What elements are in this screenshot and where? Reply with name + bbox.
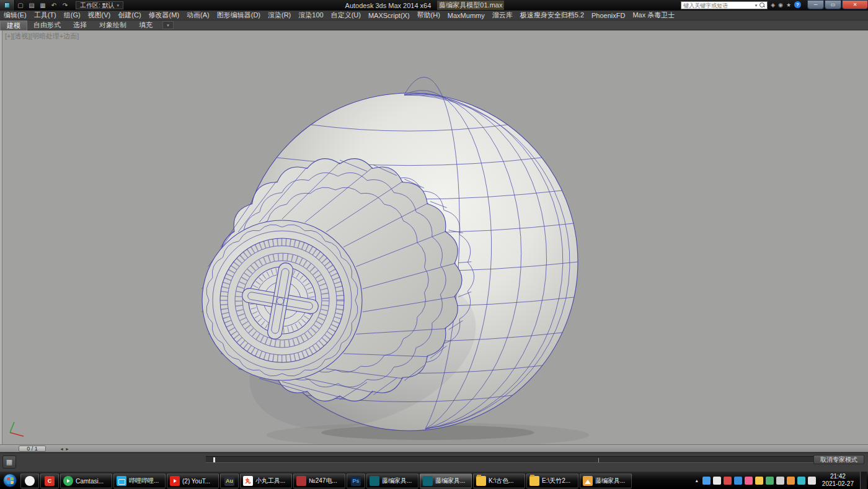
- taskbar-window-youtube[interactable]: (2) YouT...: [167, 473, 219, 488]
- search-icon[interactable]: [760, 2, 766, 9]
- menu-tools[interactable]: 工具(T): [30, 11, 60, 20]
- close-button[interactable]: ✕: [842, 0, 868, 9]
- tab-populate[interactable]: 填充: [133, 20, 159, 30]
- undo-icon[interactable]: ↶: [48, 1, 60, 10]
- chevron-down-icon: ▾: [117, 3, 120, 8]
- minimize-button[interactable]: ─: [807, 0, 824, 9]
- tray-icon-teal[interactable]: [797, 477, 805, 485]
- menu-create[interactable]: 创建(C): [114, 11, 144, 20]
- tray-icon-green[interactable]: [766, 477, 774, 485]
- tray-icon-orange[interactable]: [787, 477, 795, 485]
- open-file-icon[interactable]: ▤: [26, 1, 37, 10]
- frame-step-buttons: ◄ ►: [60, 446, 69, 452]
- taskbar-window-xiaowan[interactable]: 丸 小丸工具...: [240, 473, 292, 488]
- track-bar-frame-marker[interactable]: [213, 457, 215, 462]
- tray-icon-skyblue[interactable]: [734, 477, 742, 485]
- search-input[interactable]: [681, 2, 755, 9]
- taskbar-app-c[interactable]: C: [40, 473, 59, 488]
- viewport-label[interactable]: [+][透视][明暗处理+边面]: [5, 32, 79, 41]
- menu-help[interactable]: 帮助(H): [414, 11, 444, 20]
- menu-rendering[interactable]: 渲染(R): [264, 11, 294, 20]
- menu-liuyun[interactable]: 溜云库: [489, 11, 516, 20]
- folder-icon: [476, 476, 486, 486]
- clock-date: 2021-02-27: [822, 480, 854, 488]
- menu-views[interactable]: 视图(V): [84, 11, 115, 20]
- window-controls: ─ ▭ ✕: [807, 0, 868, 9]
- audition-icon: Au: [224, 476, 234, 486]
- viewport-left-edge: [0, 30, 2, 444]
- tray-icon-blue[interactable]: [702, 477, 711, 485]
- tab-object-paint[interactable]: 对象绘制: [93, 20, 133, 30]
- communication-center-icon[interactable]: ◉: [778, 2, 783, 8]
- clock-time: 21:42: [822, 473, 854, 480]
- taskbar-app-photoshop[interactable]: Ps: [347, 473, 365, 488]
- time-slider-handle[interactable]: 0 / 1: [19, 446, 46, 452]
- tab-modeling[interactable]: 建模: [0, 20, 27, 30]
- exchange-apps-icon[interactable]: ◈: [771, 2, 775, 8]
- next-frame-button[interactable]: ►: [65, 447, 69, 451]
- tray-icon-white[interactable]: [713, 477, 721, 485]
- favorites-icon[interactable]: ★: [786, 2, 791, 8]
- menu-edit[interactable]: 编辑(E): [0, 11, 30, 20]
- workspace-dropdown[interactable]: 工作区: 默认 ▾: [76, 1, 123, 9]
- youtube-icon: [170, 476, 180, 486]
- menu-maxmummy[interactable]: MaxMummy: [444, 11, 489, 20]
- menu-group[interactable]: 组(G): [60, 11, 84, 20]
- taskbar-window-247[interactable]: №247电...: [293, 473, 345, 488]
- cancel-expert-mode-button[interactable]: 取消专家模式: [813, 455, 864, 464]
- taskbar-window-explorer-e[interactable]: E:\天竹2...: [526, 473, 578, 488]
- time-slider-track[interactable]: 0 / 1 ◄ ►: [0, 444, 868, 452]
- tray-expand-icon[interactable]: ▴: [694, 478, 700, 483]
- menu-phoenixfd[interactable]: PhoenixFD: [588, 11, 629, 20]
- tray-icon-pink[interactable]: [745, 477, 753, 485]
- track-bar[interactable]: [206, 456, 813, 463]
- xiaowan-toolbox-icon: 丸: [243, 476, 253, 486]
- taskbar-window-bilibili[interactable]: 哔哩哔哩...: [113, 473, 166, 488]
- taskbar-window-label: 小丸工具...: [255, 477, 285, 485]
- pinned-app-icon: [25, 476, 35, 486]
- tray-icon-red[interactable]: [724, 477, 732, 485]
- taskbar-clock[interactable]: 21:42 2021-02-27: [818, 473, 857, 488]
- mini-curve-editor-button[interactable]: ▦: [2, 455, 16, 469]
- taskbar-app-pinned-1[interactable]: [20, 473, 39, 488]
- menu-max-antivirus[interactable]: Max 杀毒卫士: [629, 11, 678, 20]
- tray-icon-yellow[interactable]: [755, 477, 763, 485]
- taskbar-window-max-1[interactable]: 藤编家具...: [366, 473, 418, 488]
- 3dsmax-icon: [370, 476, 379, 486]
- taskbar-window-camtasia[interactable]: Camtasi...: [60, 473, 112, 488]
- show-desktop-button[interactable]: [860, 472, 867, 489]
- menu-maxscript[interactable]: MAXScript(X): [365, 11, 414, 20]
- taskbar-window-label: Camtasi...: [76, 478, 104, 485]
- menu-modifiers[interactable]: 修改器(M): [145, 11, 184, 20]
- taskbar-app-audition[interactable]: Au: [220, 473, 239, 488]
- status-bar: ▦ 取消专家模式: [0, 452, 868, 472]
- new-scene-icon[interactable]: ▢: [15, 1, 26, 10]
- save-file-icon[interactable]: ▦: [37, 1, 48, 10]
- application-menu-button[interactable]: [0, 0, 15, 11]
- window-title: Autodesk 3ds Max 2014 x64 藤编家具模型01.max: [186, 0, 663, 11]
- redo-icon[interactable]: ↷: [60, 1, 71, 10]
- scene-object-knob[interactable]: [0, 30, 868, 444]
- maximize-button[interactable]: ▭: [825, 0, 841, 9]
- menu-graph-editors[interactable]: 图形编辑器(D): [213, 11, 264, 20]
- taskbar-window-label: K:\古色...: [489, 477, 514, 485]
- menu-customize[interactable]: 自定义(U): [327, 11, 365, 20]
- menubar: 编辑(E) 工具(T) 组(G) 视图(V) 创建(C) 修改器(M) 动画(A…: [0, 11, 868, 20]
- taskbar-window-explorer-k[interactable]: K:\古色...: [473, 473, 525, 488]
- menu-animation[interactable]: 动画(A): [183, 11, 213, 20]
- search-scope-dropdown-icon[interactable]: ▾: [755, 3, 758, 8]
- menu-slim-archive[interactable]: 极速瘦身安全归档5.2: [516, 11, 588, 20]
- help-icon[interactable]: ?: [794, 1, 801, 8]
- viewport-perspective[interactable]: [+][透视][明暗处理+边面]: [0, 30, 868, 444]
- tray-icon-gray[interactable]: [776, 477, 784, 485]
- tab-selection[interactable]: 选择: [67, 20, 93, 30]
- ribbon-minimize-button[interactable]: ▾: [162, 21, 174, 29]
- start-button[interactable]: [0, 472, 20, 489]
- taskbar-window-image[interactable]: 藤编家具...: [580, 473, 632, 488]
- volume-icon[interactable]: [808, 477, 816, 485]
- menu-render100[interactable]: 渲染100: [294, 11, 327, 20]
- previous-frame-button[interactable]: ◄: [60, 447, 64, 451]
- taskbar-window-max-2[interactable]: 藤编家具...: [420, 473, 472, 488]
- taskbar-window-label: 藤编家具...: [382, 477, 412, 485]
- tab-freeform[interactable]: 自由形式: [27, 20, 67, 30]
